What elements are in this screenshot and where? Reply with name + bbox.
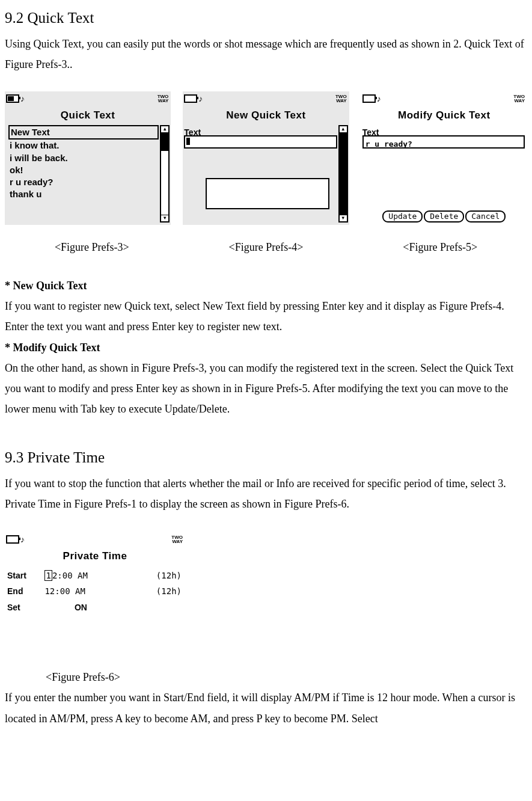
time-hour-selected[interactable]: 1 — [44, 570, 52, 581]
row-value[interactable]: ON — [44, 600, 117, 616]
row-time[interactable]: 2:00 AM — [52, 568, 88, 584]
two-way-indicator: TWO WAY — [157, 94, 169, 103]
row-label: Start — [7, 568, 40, 584]
scroll-up-icon[interactable]: ▲ — [161, 126, 168, 133]
two-way-indicator: TWO WAY — [335, 94, 347, 103]
section-heading-private-time: 9.3 Private Time — [5, 443, 527, 472]
list-item[interactable]: i know that. — [10, 140, 157, 152]
new-quick-text-paragraph: If you want to register new Quick text, … — [5, 296, 527, 337]
battery-icon — [362, 94, 376, 103]
private-time-row-start[interactable]: Start 12:00 AM (12h) — [7, 568, 182, 584]
figure-caption: <Figure Prefs-4> — [179, 237, 353, 257]
section-heading-quick-text: 9.2 Quick Text — [5, 4, 527, 32]
figure-caption: <Figure Prefs-5> — [353, 237, 527, 257]
private-time-row-end[interactable]: End 12:00 AM (12h) — [7, 583, 182, 600]
scroll-down-icon[interactable]: ▼ — [161, 215, 168, 221]
battery-icon — [6, 94, 19, 103]
screen-title: Modify Quick Text — [361, 105, 527, 125]
screen-title: Quick Text — [5, 105, 171, 125]
section-92-paragraph: Using Quick Text, you can easily put the… — [5, 34, 527, 75]
delete-button[interactable]: Delete — [424, 210, 464, 222]
private-time-rows: Start 12:00 AM (12h) End 12:00 AM (12h) … — [5, 566, 185, 663]
quick-text-list[interactable]: New Text i know that. i will be back. ok… — [5, 125, 160, 225]
scroll-up-icon[interactable]: ▲ — [340, 126, 347, 133]
figure-caption: <Figure Prefs-3> — [5, 237, 179, 257]
section-93-paragraph: If you want to stop the function that al… — [5, 473, 527, 514]
scrollbar-thumb[interactable] — [161, 133, 168, 151]
device-screen-new-quick-text: ♪ TWO WAY New Quick Text Text ▲ ▼ — [183, 91, 349, 225]
screen-title: New Quick Text — [183, 105, 349, 125]
list-item[interactable]: r u ready? — [10, 176, 157, 188]
two-way-indicator: TWO WAY — [513, 94, 525, 103]
text-input-value: r u ready? — [364, 137, 524, 153]
modify-quick-text-heading: * Modify Quick Text — [5, 342, 100, 354]
row-label: End — [7, 583, 40, 600]
private-time-paragraph-2: If you enter the number you want in Star… — [5, 687, 527, 728]
list-item[interactable]: ok! — [10, 164, 157, 176]
two-way-indicator: TWO WAY — [171, 535, 183, 544]
battery-icon — [6, 535, 19, 544]
row-time[interactable]: 12:00 AM — [44, 583, 85, 600]
figures-row-1: ♪ TWO WAY Quick Text New Text i know tha… — [5, 91, 527, 225]
battery-icon — [184, 94, 197, 103]
status-bar: ♪ TWO WAY — [183, 91, 349, 105]
text-input[interactable] — [184, 135, 337, 149]
update-button[interactable]: Update — [382, 210, 423, 222]
row-mode: (12h) — [156, 583, 182, 600]
row-mode: (12h) — [156, 568, 182, 584]
overlay-box — [206, 178, 329, 209]
private-time-row-set[interactable]: Set ON — [7, 600, 182, 616]
device-screen-private-time: ♪ TWO WAY Private Time Start 12:00 AM (1… — [5, 532, 185, 662]
text-input[interactable]: r u ready? — [362, 135, 525, 149]
cancel-button[interactable]: Cancel — [465, 210, 506, 222]
list-item[interactable]: thank u — [10, 188, 157, 200]
figure-captions-row: <Figure Prefs-3> <Figure Prefs-4> <Figur… — [5, 237, 527, 257]
device-screen-quick-text: ♪ TWO WAY Quick Text New Text i know tha… — [5, 91, 171, 225]
scrollbar[interactable]: ▲ ▼ — [338, 125, 348, 222]
device-screen-modify-quick-text: ♪ TWO WAY Modify Quick Text Text r u rea… — [361, 91, 527, 225]
row-label: Set — [7, 600, 40, 616]
modify-quick-text-paragraph: On the other hand, as shown in Figure Pr… — [5, 358, 527, 420]
scrollbar-thumb[interactable] — [340, 133, 347, 215]
screen-title: Private Time — [5, 545, 185, 566]
new-quick-text-heading: * New Quick Text — [5, 280, 87, 292]
text-cursor — [186, 138, 190, 145]
list-item[interactable]: i will be back. — [10, 152, 157, 164]
status-bar: ♪ TWO WAY — [5, 532, 185, 545]
scrollbar[interactable]: ▲ ▼ — [160, 125, 170, 222]
scroll-down-icon[interactable]: ▼ — [340, 215, 347, 221]
status-bar: ♪ TWO WAY — [361, 91, 527, 105]
figure-caption: <Figure Prefs-6> — [46, 667, 527, 687]
status-bar: ♪ TWO WAY — [5, 91, 171, 105]
list-item-new-text[interactable]: New Text — [8, 125, 159, 140]
